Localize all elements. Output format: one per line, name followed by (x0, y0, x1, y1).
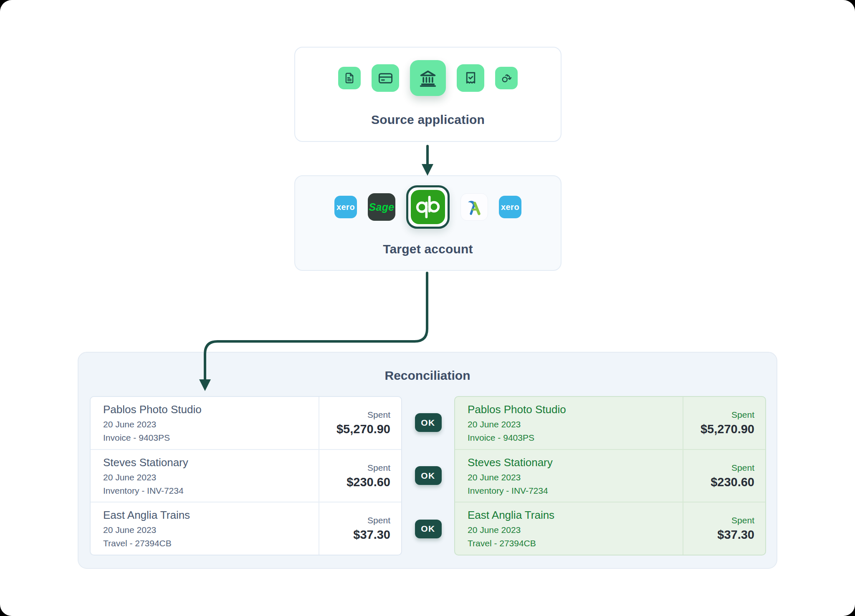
transaction-date: 20 June 2023 (103, 472, 319, 482)
spent-label: Spent (367, 515, 390, 525)
transaction-details: East Anglia Trains20 June 2023Travel - 2… (91, 502, 319, 555)
spent-cell: Spent$37.30 (683, 502, 765, 555)
ok-button[interactable]: OK (415, 466, 442, 485)
source-card-title: Source application (371, 113, 485, 127)
source-transactions-table: Pablos Photo Studio20 June 2023Invoice -… (90, 396, 402, 555)
reconciliation-title: Reconciliation (78, 369, 777, 383)
sync-icon[interactable] (495, 67, 518, 89)
page-canvas: Source application xero Sage (0, 0, 855, 616)
spent-label: Spent (731, 463, 754, 473)
ok-button[interactable]: OK (415, 413, 442, 432)
spent-label: Spent (367, 463, 390, 473)
merchant-name: Steves Stationary (103, 456, 319, 469)
spent-amount: $5,270.90 (336, 422, 390, 436)
target-card-title: Target account (383, 242, 473, 256)
transaction-date: 20 June 2023 (468, 419, 683, 429)
ok-buttons-column: OKOKOK (402, 396, 454, 555)
document-icon[interactable] (338, 67, 361, 89)
transaction-details: Pablos Photo Studio20 June 2023Invoice -… (91, 397, 319, 449)
spent-amount: $37.30 (717, 528, 754, 542)
spent-cell: Spent$230.60 (683, 450, 765, 502)
merchant-name: East Anglia Trains (103, 509, 319, 522)
transaction-details: Pablos Photo Studio20 June 2023Invoice -… (455, 397, 683, 449)
receipt-check-icon[interactable] (457, 64, 484, 92)
sage-logo[interactable]: Sage (368, 193, 395, 221)
transaction-reference: Travel - 27394CB (103, 538, 319, 548)
merchant-name: Pablos Photo Studio (103, 403, 319, 416)
transaction-date: 20 June 2023 (468, 472, 683, 482)
source-icons-row (338, 60, 518, 96)
xero-logo-text: xero (336, 202, 355, 212)
spent-cell: Spent$37.30 (319, 502, 401, 555)
sage-logo-text: Sage (369, 201, 395, 213)
xero-logo-text: xero (501, 202, 519, 212)
transaction-details: Steves Stationary20 June 2023Inventory -… (455, 450, 683, 502)
transaction-reference: Travel - 27394CB (468, 538, 683, 548)
matched-transaction-row: Pablos Photo Studio20 June 2023Invoice -… (455, 397, 765, 449)
spent-amount: $230.60 (711, 475, 754, 489)
target-account-card: xero Sage (294, 175, 562, 271)
bank-icon[interactable] (410, 60, 446, 96)
source-application-card: Source application (294, 47, 562, 142)
spent-cell: Spent$5,270.90 (683, 397, 765, 449)
reconciliation-panel: Reconciliation Pablos Photo Studio20 Jun… (78, 352, 777, 569)
source-transaction-row: East Anglia Trains20 June 2023Travel - 2… (91, 502, 401, 555)
spent-label: Spent (367, 410, 390, 420)
spent-label: Spent (731, 515, 754, 525)
xero-logo[interactable]: xero (334, 196, 357, 218)
transaction-details: East Anglia Trains20 June 2023Travel - 2… (455, 502, 683, 555)
target-logos-row: xero Sage (334, 185, 521, 229)
spent-cell: Spent$5,270.90 (319, 397, 401, 449)
spent-amount: $37.30 (353, 528, 390, 542)
matched-transaction-row: Steves Stationary20 June 2023Inventory -… (455, 449, 765, 502)
matched-transactions-table: Pablos Photo Studio20 June 2023Invoice -… (454, 396, 766, 555)
arrowhead-1 (422, 164, 433, 176)
credit-card-icon[interactable] (372, 64, 399, 92)
transaction-date: 20 June 2023 (103, 525, 319, 535)
xero-logo-2[interactable]: xero (499, 196, 521, 218)
freeagent-logo[interactable] (460, 193, 488, 221)
source-transaction-row: Steves Stationary20 June 2023Inventory -… (91, 449, 401, 502)
transaction-date: 20 June 2023 (468, 525, 683, 535)
merchant-name: Pablos Photo Studio (468, 403, 683, 416)
spent-amount: $5,270.90 (701, 422, 754, 436)
transaction-reference: Invoice - 9403PS (103, 433, 319, 443)
matched-transaction-row: East Anglia Trains20 June 2023Travel - 2… (455, 502, 765, 555)
transaction-details: Steves Stationary20 June 2023Inventory -… (91, 450, 319, 502)
transaction-reference: Inventory - INV-7234 (103, 486, 319, 496)
transaction-date: 20 June 2023 (103, 419, 319, 429)
ok-button[interactable]: OK (415, 520, 442, 538)
merchant-name: Steves Stationary (468, 456, 683, 469)
spent-label: Spent (731, 410, 754, 420)
spent-amount: $230.60 (347, 475, 390, 489)
transaction-reference: Invoice - 9403PS (468, 433, 683, 443)
quickbooks-logo[interactable] (406, 185, 450, 229)
quickbooks-qb-glyph (411, 190, 445, 224)
merchant-name: East Anglia Trains (468, 509, 683, 522)
transaction-reference: Inventory - INV-7234 (468, 486, 683, 496)
spent-cell: Spent$230.60 (319, 450, 401, 502)
source-transaction-row: Pablos Photo Studio20 June 2023Invoice -… (91, 397, 401, 449)
